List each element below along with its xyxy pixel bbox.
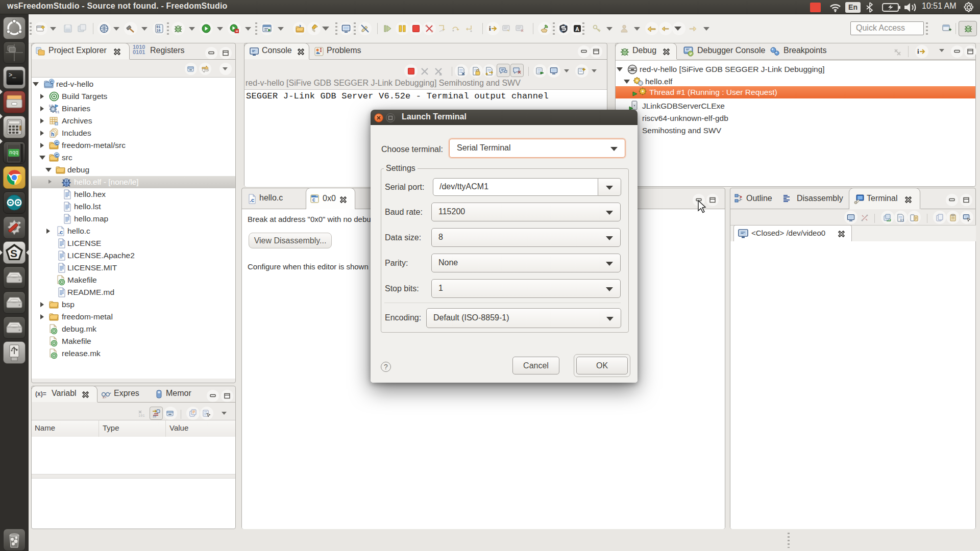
svg-text:01: 01	[157, 26, 161, 29]
svg-text:S: S	[10, 247, 17, 259]
svg-text:10: 10	[153, 415, 157, 417]
svg-text:i: i	[489, 24, 491, 32]
svg-text:c: c	[312, 197, 315, 203]
svg-text:10: 10	[157, 29, 161, 33]
svg-text:A: A	[575, 26, 579, 32]
svg-text:x=: x=	[103, 395, 107, 399]
svg-text:i: i	[917, 47, 919, 55]
svg-text:101: 101	[138, 414, 145, 418]
svg-text:01: 01	[900, 218, 904, 222]
